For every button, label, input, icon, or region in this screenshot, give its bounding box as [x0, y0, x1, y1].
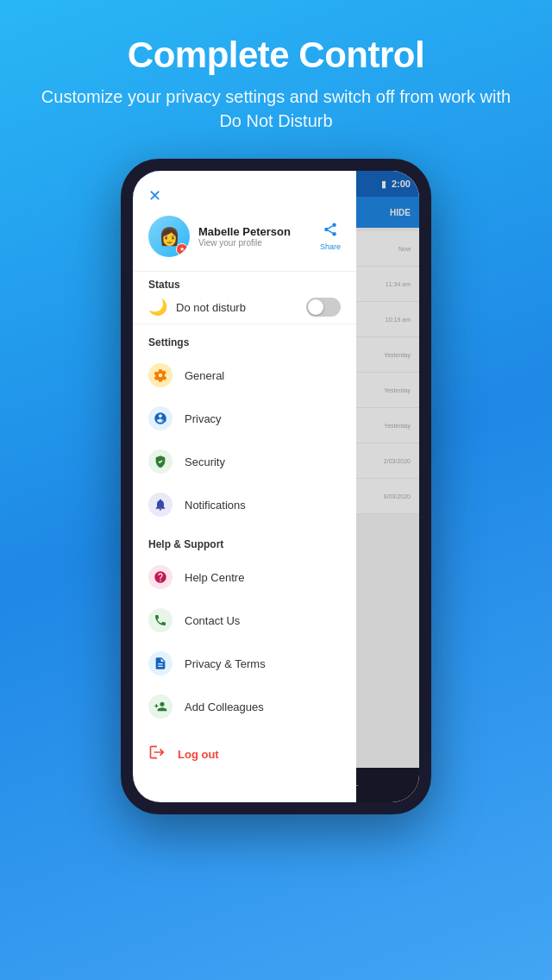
status-section-label: Status	[148, 279, 341, 291]
dnd-row: 🌙 Do not disturb	[148, 298, 341, 317]
settings-section-label: Settings	[133, 324, 356, 354]
phone-frame: ▮ 2:00 🔍 HIDE 1 ... Now	[121, 159, 431, 814]
contact-us-icon	[148, 608, 172, 632]
notifications-icon	[148, 493, 172, 517]
logout-button[interactable]: Log out	[133, 732, 356, 777]
help-centre-label: Help Centre	[185, 571, 244, 584]
profile-star-badge: ★	[176, 243, 188, 255]
dnd-label: Do not disturb	[176, 301, 246, 314]
share-label: Share	[320, 242, 341, 251]
svg-rect-5	[161, 418, 166, 422]
drawer-item-general[interactable]: General	[133, 354, 356, 397]
profile-name: Mabelle Peterson	[198, 225, 320, 238]
dnd-toggle[interactable]	[306, 298, 341, 317]
notifications-label: Notifications	[185, 499, 246, 512]
drawer-profile[interactable]: 👩 ★ Mabelle Peterson View your profile	[133, 212, 356, 272]
logout-label: Log out	[178, 748, 219, 761]
avatar: 👩 ★	[148, 216, 190, 257]
privacy-icon	[148, 406, 172, 430]
share-button[interactable]: Share	[320, 222, 341, 251]
phone-screen: ▮ 2:00 🔍 HIDE 1 ... Now	[133, 171, 419, 802]
svg-line-4	[328, 226, 332, 229]
svg-point-0	[332, 223, 336, 228]
navigation-drawer: ✕ 👩 ★ Mabelle Peterson View your profile	[133, 171, 356, 802]
svg-line-3	[328, 230, 332, 233]
security-label: Security	[185, 455, 225, 468]
contact-us-label: Contact Us	[185, 614, 240, 627]
drawer-item-privacy-terms[interactable]: Privacy & Terms	[133, 642, 356, 685]
profile-info: Mabelle Peterson View your profile	[198, 225, 320, 248]
drawer-item-help-centre[interactable]: Help Centre	[133, 556, 356, 599]
privacy-terms-icon	[148, 651, 172, 675]
header-title: Complete Control	[34, 35, 518, 76]
privacy-terms-label: Privacy & Terms	[185, 657, 266, 670]
drawer-item-security[interactable]: Security	[133, 440, 356, 483]
drawer-close-button[interactable]: ✕	[133, 171, 356, 212]
svg-point-2	[332, 232, 336, 236]
moon-icon: 🌙	[148, 298, 167, 317]
share-icon	[323, 222, 338, 241]
svg-point-1	[324, 228, 329, 232]
dnd-left: 🌙 Do not disturb	[148, 298, 246, 317]
drawer-item-contact-us[interactable]: Contact Us	[133, 599, 356, 642]
add-colleagues-label: Add Colleagues	[185, 700, 264, 713]
help-section-label: Help & Support	[133, 526, 356, 556]
security-icon	[148, 449, 172, 474]
general-label: General	[185, 369, 224, 382]
drawer-item-notifications[interactable]: Notifications	[133, 483, 356, 526]
help-centre-icon	[148, 565, 172, 589]
header-section: Complete Control Customize your privacy …	[0, 0, 552, 150]
profile-link[interactable]: View your profile	[198, 238, 320, 248]
header-subtitle: Customize your privacy settings and swit…	[34, 85, 518, 133]
privacy-label: Privacy	[185, 412, 222, 425]
status-section: Status 🌙 Do not disturb	[133, 272, 356, 324]
drawer-item-privacy[interactable]: Privacy	[133, 397, 356, 440]
logout-icon	[148, 744, 166, 765]
add-colleagues-icon	[148, 694, 172, 719]
drawer-item-add-colleagues[interactable]: Add Colleagues	[133, 685, 356, 728]
general-icon	[148, 363, 172, 387]
phone-container: ▮ 2:00 🔍 HIDE 1 ... Now	[0, 159, 552, 814]
toggle-knob	[308, 299, 323, 315]
